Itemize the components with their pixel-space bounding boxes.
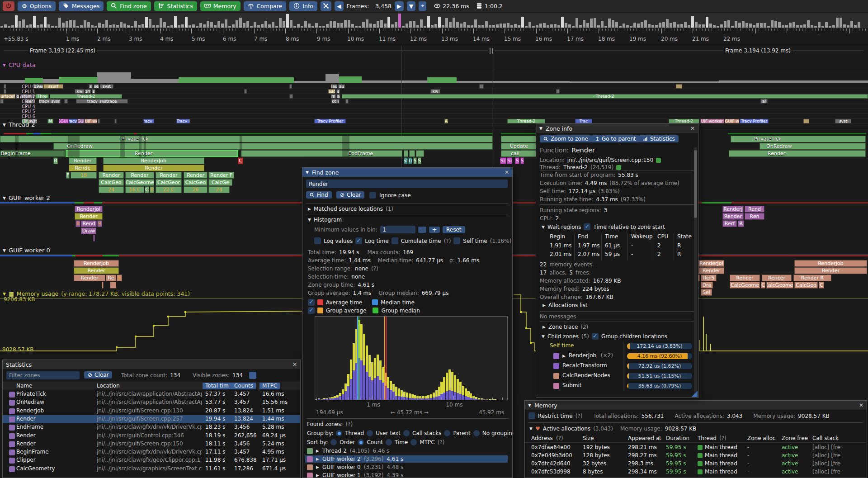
find-zone-search-input[interactable]: Render — [306, 180, 508, 188]
expand-arrow-icon[interactable]: ▶ — [308, 207, 311, 211]
child-zone-row[interactable]: Self time172.14 us (3.83%) — [536, 342, 693, 350]
close-icon[interactable]: ✕ — [859, 402, 863, 408]
frame-overview-graph[interactable] — [0, 13, 868, 28]
find-button[interactable]: Find — [306, 191, 332, 199]
relative-time-checkbox[interactable] — [584, 223, 590, 230]
thread2-zone-bar[interactable]: Render — [125, 172, 154, 179]
toolbar-info-button[interactable]: Info — [289, 1, 317, 11]
guif2-zone-bar[interactable]: Draw — [81, 227, 96, 234]
group-by-radio-thread[interactable] — [336, 430, 342, 436]
toolbar-compare-button[interactable]: Compare — [244, 1, 287, 11]
min-bin-increase-button[interactable]: + — [429, 227, 440, 233]
thread2-zone-bar[interactable]: CalcGeor — [156, 179, 182, 186]
thread2-zone-bar[interactable] — [404, 150, 408, 157]
guif0-zone-bar[interactable]: 5 — [117, 274, 122, 281]
cpu-zone-bar[interactable] — [0, 99, 4, 104]
resize-grip[interactable] — [691, 391, 698, 397]
cpu-zone-bar[interactable]: s — [92, 89, 95, 94]
filter-zones-input[interactable]: Filter zones — [6, 371, 80, 379]
group-by-radio-no-grouping[interactable] — [473, 430, 480, 436]
expand-arrow-icon[interactable]: ▶ — [316, 449, 319, 453]
table-row[interactable]: RenderJobjni/../jni/src/guif/Screen.cpp:… — [3, 407, 301, 415]
allocation-row[interactable]: 0x7e049b3d00128 bytes298.27 ms59.95 s-ac… — [525, 452, 867, 460]
guif0-zone-bar[interactable]: RenderJol — [698, 260, 724, 267]
table-row[interactable]: Clipperjni/../jni/src/claw/gfx/geo/Clipp… — [3, 456, 301, 464]
thread2-zone-bar[interactable] — [731, 136, 866, 142]
expand-arrow-icon[interactable]: ▶ — [316, 457, 319, 461]
cpu-zone-bar[interactable]: aud — [328, 89, 335, 94]
cpu-zone-bar[interactable] — [289, 94, 293, 99]
timeline-ruler[interactable]: +55.83 s1 ms2 ms3 ms4 ms5 ms6 ms7 ms8 ms… — [0, 28, 868, 45]
cpu-zone-bar[interactable]: Tracy I — [176, 119, 190, 123]
found-zone-group-row[interactable]: ▶GUIF worker 1(3,192)4.39 s — [305, 472, 508, 478]
cpu-zone-bar[interactable] — [479, 84, 484, 89]
cpu-zone-bar[interactable] — [114, 119, 117, 123]
cpu-zone-bar[interactable]: Tracy Profiler — [740, 119, 769, 123]
accumulation-mode-button[interactable] — [249, 372, 256, 379]
close-icon[interactable]: ✕ — [292, 361, 297, 368]
column-header-location[interactable]: Location — [97, 383, 120, 389]
thread2-zone-bar[interactable]: Render — [99, 172, 124, 179]
table-row[interactable]: EndFramejni/../jni/src/claw/gfx/drv/vk/D… — [3, 423, 301, 431]
cpu-zone-bar[interactable]: s — [89, 84, 93, 89]
min-bin-decrease-button[interactable]: - — [418, 227, 426, 233]
cpu-zone-bar[interactable]: GUIF w — [725, 119, 739, 123]
thread2-zone-bar[interactable]: 26 — [184, 186, 208, 193]
group-children-checkbox[interactable] — [592, 333, 599, 340]
cpu-zone-bar[interactable]: m — [331, 94, 336, 99]
wait-regions-header[interactable]: ▼Wait regionsTime relative to zone start — [542, 223, 665, 230]
thread2-zone-bar[interactable]: 24 — [99, 186, 124, 193]
guif0-zone-bar[interactable]: Re — [106, 274, 116, 281]
cpu-zone-bar[interactable] — [556, 89, 560, 94]
guif0-zone-bar[interactable]: Render — [698, 267, 724, 274]
cpu-zone-bar[interactable] — [4, 89, 6, 94]
group-by-radio-parent[interactable] — [444, 430, 450, 436]
thread2-zone-bar[interactable]: S — [520, 157, 524, 164]
zone-info-title-bar[interactable]: ▼ Zone info ✕ — [536, 124, 698, 133]
thread2-zone-bar[interactable]: 22 C — [156, 186, 182, 193]
restrict-time-checkbox[interactable] — [528, 412, 535, 419]
guif0-zone-bar[interactable]: Sel — [701, 289, 712, 296]
cpu-zone-bar[interactable]: Tracy Profiler — [314, 119, 346, 123]
table-row[interactable]: PrivateTickjni/../jni/src/claw/applicati… — [3, 390, 301, 398]
guif0-zone-bar[interactable]: Render — [74, 274, 105, 281]
sort-by-radio-mtpc[interactable] — [410, 439, 417, 445]
cpu-zone-bar[interactable]: Tracy S — [143, 119, 154, 123]
frame-labels-row[interactable]: Frame 3,193 (22.45 ms) Frame 3,194 (13.9… — [0, 46, 868, 55]
zone-trace-toggle[interactable]: ▶Zone trace(2) — [542, 324, 588, 330]
cpu-zone-bar[interactable] — [345, 99, 349, 104]
guif2-zone-bar[interactable]: Rend — [745, 206, 764, 213]
reset-button[interactable]: Reset — [443, 226, 465, 233]
child-zone-row[interactable]: CalcRenderNodes51.51 us (1.15%) — [536, 372, 693, 380]
log-time-checkbox[interactable] — [355, 237, 362, 244]
toolbar-statistics-button[interactable]: Statistics — [154, 1, 197, 11]
guif0-zone-bar[interactable]: Dra — [701, 282, 713, 289]
thread2-zone-bar[interactable]: S — [515, 157, 519, 164]
found-zone-group-row[interactable]: ▶Thread-2(4,105)6.46 s — [305, 447, 508, 454]
column-header-address[interactable]: Address — [531, 435, 553, 441]
column-header-counts[interactable]: Counts — [231, 383, 256, 389]
table-row[interactable]: Renderjni/../jni/src/guif/Screen.cpp:150… — [3, 440, 301, 448]
guif2-zone-bar[interactable]: RenderJ — [722, 206, 744, 213]
guif0-zone-bar[interactable] — [102, 282, 104, 289]
thread2-zone-bar[interactable]: C — [145, 186, 149, 193]
guif2-zone-bar[interactable]: 9 — [97, 220, 102, 227]
found-zone-group-row[interactable]: ▶GUIF worker 0(3,231)4.48 s — [305, 464, 508, 471]
thread2-zone-bar[interactable]: CalcGeome — [125, 179, 154, 186]
thread2-zone-bar[interactable]: 16 C — [125, 186, 144, 193]
thread2-zone-bar[interactable]: Tl — [408, 157, 412, 164]
cpu-zone-bar[interactable]: Tracy ( — [69, 119, 77, 123]
thread2-zone-bar[interactable] — [409, 150, 415, 157]
column-header-appeared-at[interactable]: Appeared at — [628, 435, 661, 441]
sort-by-radio-order[interactable] — [330, 439, 337, 445]
cpu-zone-bar[interactable] — [4, 84, 6, 89]
thread2-zone-bar[interactable]: R — [53, 157, 58, 164]
thread2-zone-bar[interactable]: 8 — [150, 186, 154, 193]
find-zone-title-bar[interactable]: ▼ Find zone ✕ — [302, 168, 512, 177]
guif2-zone-bar[interactable]: R — [738, 220, 744, 227]
next-frame-button[interactable]: ▶ — [395, 1, 404, 11]
guif0-zone-bar[interactable]: Render — [74, 267, 119, 274]
cpu-zone-bar[interactable]: M — [47, 119, 53, 123]
column-header-duration[interactable]: Duration — [666, 435, 689, 441]
min-bin-input[interactable]: 1 — [380, 226, 415, 233]
